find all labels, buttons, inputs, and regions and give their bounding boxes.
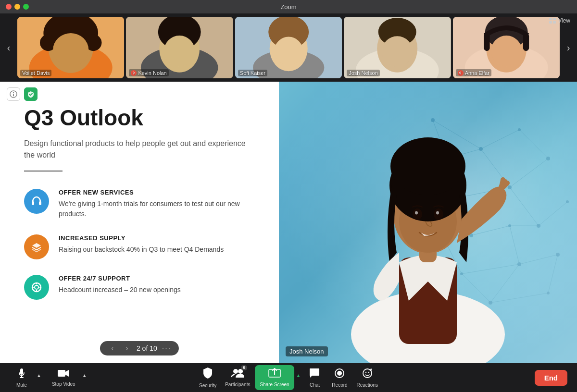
mute-button[interactable]: Mute <box>10 366 34 390</box>
participant-name-josh: Josh Nelson <box>347 70 380 76</box>
reactions-button[interactable]: Reactions <box>352 366 381 390</box>
svg-point-101 <box>233 369 238 374</box>
participant-bg-sofi <box>235 17 342 78</box>
headphones-icon <box>30 195 43 208</box>
security-icon <box>202 367 213 381</box>
svg-point-41 <box>35 285 38 289</box>
share-screen-label: Share Screen <box>260 382 289 387</box>
svg-point-106 <box>363 369 372 378</box>
participant-tile-anna[interactable]: 🎙 Anna Elfar <box>453 17 560 78</box>
toolbar-center: Security 6 Participants Shar <box>195 365 382 390</box>
window-controls[interactable] <box>6 4 29 10</box>
toolbar-right: End <box>535 370 567 386</box>
svg-rect-37 <box>32 201 34 205</box>
close-button[interactable] <box>6 4 12 10</box>
slide-next-button[interactable]: › <box>122 344 132 353</box>
support-heading: OFFER 24/7 SUPPORT <box>59 275 181 282</box>
svg-rect-100 <box>58 370 65 377</box>
share-chevron[interactable]: ▲ <box>295 373 302 378</box>
security-button[interactable]: Security <box>195 365 220 390</box>
participant-tiles: Voilet Davis 🎙 Kevin Nolan <box>17 17 560 78</box>
svg-point-97 <box>436 211 439 215</box>
chat-button[interactable]: Chat <box>302 366 326 390</box>
svg-rect-36 <box>13 94 14 97</box>
stop-video-label: Stop Video <box>52 381 75 387</box>
support-icon <box>24 275 49 300</box>
minimize-button[interactable] <box>14 4 20 10</box>
support-circle-icon <box>30 281 43 294</box>
slide-overlay-icons <box>7 87 38 101</box>
svg-point-96 <box>415 211 418 215</box>
participant-tile-josh[interactable]: Josh Nelson <box>344 17 451 78</box>
video-chevron[interactable]: ▲ <box>81 373 88 378</box>
participant-name-kevin: 🎙 Kevin Nolan <box>129 69 168 77</box>
shield-check-icon <box>27 90 35 98</box>
svg-point-84 <box>547 292 550 294</box>
participants-label: Participants <box>225 382 250 387</box>
svg-marker-39 <box>32 243 41 248</box>
app-title: Zoom <box>280 3 296 11</box>
share-screen-button[interactable]: Share Screen <box>255 365 294 390</box>
reactions-label: Reactions <box>356 382 377 388</box>
svg-point-76 <box>537 224 540 228</box>
slide-subtitle: Design functional products to help peopl… <box>24 138 255 161</box>
svg-point-6 <box>53 33 88 66</box>
svg-point-85 <box>556 253 560 257</box>
svg-point-108 <box>368 372 369 373</box>
toolbar-left: Mute ▲ Stop Video ▲ <box>10 366 88 390</box>
slide-panel: Q3 Outlook Design functional products to… <box>0 82 279 363</box>
svg-point-73 <box>546 157 550 160</box>
participant-bg-josh <box>344 17 451 78</box>
participant-tile-voilet[interactable]: Voilet Davis <box>17 17 124 78</box>
security-label: Security <box>199 383 216 388</box>
info-icon <box>10 90 17 98</box>
participant-bg-voilet <box>17 17 124 78</box>
stop-video-button[interactable]: Stop Video <box>48 367 79 389</box>
supply-icon <box>24 234 49 259</box>
chat-icon <box>309 368 320 381</box>
svg-point-93 <box>390 137 465 195</box>
svg-line-109 <box>371 368 371 370</box>
grid-icon <box>549 18 556 24</box>
svg-point-29 <box>491 36 522 66</box>
chat-label: Chat <box>310 382 320 388</box>
svg-point-105 <box>337 371 342 376</box>
supply-heading: INCREASED SUPPLY <box>59 234 224 242</box>
mute-label: Mute <box>16 382 27 388</box>
participants-count: 6 <box>241 365 247 370</box>
record-button[interactable]: Record <box>327 366 351 390</box>
info-icon-button[interactable] <box>7 87 20 101</box>
title-bar: Zoom <box>0 0 577 13</box>
share-active-icon-button[interactable] <box>24 87 38 101</box>
presenter-figure <box>327 82 529 363</box>
participant-tile-kevin[interactable]: 🎙 Kevin Nolan <box>126 17 233 78</box>
slide-more-button[interactable]: ··· <box>162 344 171 353</box>
svg-point-86 <box>566 200 569 203</box>
strip-next-button[interactable]: › <box>560 13 577 82</box>
slide-content: Q3 Outlook Design functional products to… <box>0 82 279 314</box>
svg-point-94 <box>413 208 422 220</box>
svg-point-35 <box>13 92 14 93</box>
slide-item-text-supply: INCREASED SUPPLY Raising our backstock 4… <box>59 234 224 255</box>
svg-point-22 <box>382 36 413 67</box>
video-icon <box>57 368 70 380</box>
svg-rect-38 <box>39 201 41 205</box>
toolbar: Mute ▲ Stop Video ▲ Security <box>0 363 577 392</box>
services-desc: We're giving 1-month trials for consumer… <box>59 199 255 219</box>
reactions-icon <box>362 368 373 381</box>
slide-prev-button[interactable]: ‹ <box>108 344 117 353</box>
participant-name-anna: 🎙 Anna Elfar <box>456 69 491 77</box>
maximize-button[interactable] <box>23 4 29 10</box>
slide-item-text-support: OFFER 24/7 SUPPORT Headcount increased –… <box>59 275 181 295</box>
supply-desc: Raising our backstock 40% in Q3 to meet … <box>59 245 224 255</box>
record-label: Record <box>332 382 347 388</box>
svg-rect-33 <box>553 21 556 24</box>
mute-chevron[interactable]: ▲ <box>36 373 42 378</box>
strip-prev-button[interactable]: ‹ <box>0 13 17 82</box>
end-button[interactable]: End <box>535 370 567 386</box>
slide-title: Q3 Outlook <box>24 106 255 130</box>
participants-button[interactable]: 6 Participants <box>221 366 254 389</box>
svg-point-107 <box>365 372 366 373</box>
participant-tile-sofi[interactable]: Sofi Kaiser <box>235 17 342 78</box>
participant-name-sofi: Sofi Kaiser <box>238 70 267 76</box>
